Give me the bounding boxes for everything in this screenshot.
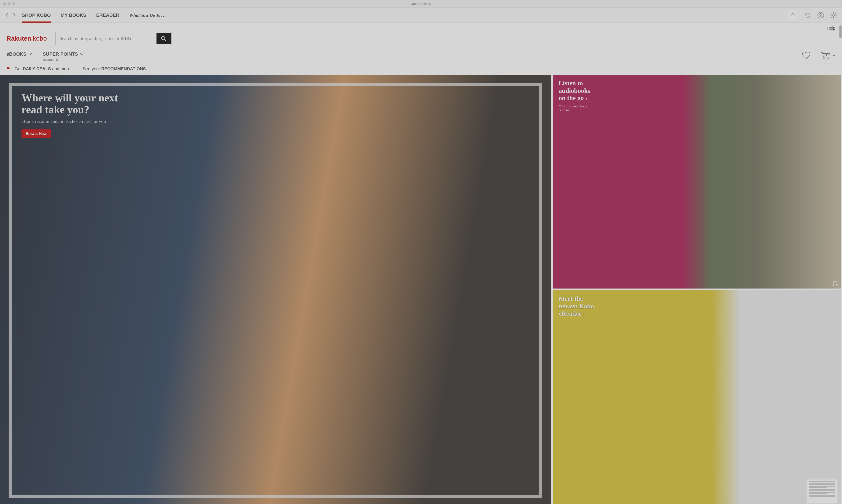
deals-text-daily: DAILY DEALS xyxy=(23,66,51,71)
deals-bar: Get DAILY DEALS and more! See your RECOM… xyxy=(0,64,842,74)
tab-shop-kobo[interactable]: SHOP KOBO xyxy=(22,8,51,22)
svg-rect-13 xyxy=(837,284,838,286)
audiobooks-sub: Your first audiobook is on us xyxy=(559,104,835,112)
title-bar: Kobo Desktop xyxy=(0,0,842,8)
browse-now-button[interactable]: Browse Now xyxy=(21,129,51,138)
search-submit-button[interactable] xyxy=(157,33,171,44)
top-right-icons xyxy=(787,9,838,21)
svg-point-4 xyxy=(832,14,835,16)
heart-icon xyxy=(802,51,811,60)
ereader-device-image xyxy=(806,478,838,504)
gear-icon xyxy=(830,12,837,19)
ereader-title: Meet the newest Kobo eReader › xyxy=(559,295,835,317)
cart-dropdown[interactable] xyxy=(821,51,836,60)
chevron-down-icon xyxy=(80,53,84,55)
superpoints-dropdown[interactable]: SUPER POINTS Balance: 0 xyxy=(43,51,84,61)
recs-text-see: See your xyxy=(83,66,102,71)
ebooks-label: eBOOKS xyxy=(6,51,27,57)
wishlist-button[interactable] xyxy=(802,51,811,60)
superpoints-label: SUPER POINTS xyxy=(43,51,78,57)
top-nav: SHOP KOBO MY BOOKS EREADER What You Do I… xyxy=(0,8,842,23)
svg-marker-0 xyxy=(791,13,795,16)
ebooks-dropdown[interactable]: eBOOKS xyxy=(6,51,32,57)
account-button[interactable] xyxy=(817,11,825,19)
settings-button[interactable] xyxy=(829,11,838,19)
user-icon xyxy=(817,12,824,19)
cart-icon xyxy=(821,51,830,60)
category-nav: eBOOKS SUPER POINTS Balance: 0 xyxy=(0,49,842,64)
sync-button[interactable] xyxy=(804,11,812,19)
tab-ereader[interactable]: EREADER xyxy=(96,8,119,22)
audiobooks-promo[interactable]: Listen to audiobooks on the go › Your fi… xyxy=(552,75,841,289)
chevron-left-icon xyxy=(5,13,9,18)
svg-point-10 xyxy=(824,58,825,59)
divider xyxy=(77,66,77,72)
deals-text-get: Get xyxy=(15,66,23,71)
svg-line-6 xyxy=(164,39,166,41)
eject-icon xyxy=(790,12,796,18)
hero-promo[interactable]: Where will your next read take you? eBoo… xyxy=(0,75,551,504)
tab-my-books[interactable]: MY BOOKS xyxy=(60,8,86,22)
chevron-down-icon xyxy=(29,53,32,55)
search-input[interactable] xyxy=(56,32,156,45)
deals-text-more: and more! xyxy=(51,66,72,71)
chevron-down-icon xyxy=(832,55,836,57)
brand-logo[interactable]: Rakuten kobo xyxy=(6,35,47,42)
content-area: Help Rakuten kobo eBOOKS xyxy=(0,23,842,504)
tab-current-book[interactable]: What You Do Is … xyxy=(129,8,166,22)
ereader-promo[interactable]: Meet the newest Kobo eReader › xyxy=(552,290,841,504)
window-title: Kobo Desktop xyxy=(0,2,842,5)
nav-forward-button[interactable] xyxy=(11,13,17,18)
promo-grid: Where will your next read take you? eBoo… xyxy=(0,74,842,504)
hero-headline: Where will your next read take you? xyxy=(21,92,525,115)
search-icon xyxy=(161,35,166,41)
daily-deals-link[interactable]: Get DAILY DEALS and more! xyxy=(15,66,72,71)
hero-subtext: eBook recommendations chosen just for yo… xyxy=(21,119,525,124)
svg-point-3 xyxy=(820,13,822,16)
recs-text-recs: RECOMMENDATIONS xyxy=(101,66,146,71)
svg-rect-12 xyxy=(833,284,834,286)
recommendations-link[interactable]: See your RECOMMENDATIONS xyxy=(83,66,146,71)
hero-frame xyxy=(8,83,542,498)
flag-icon xyxy=(6,67,10,71)
sync-icon xyxy=(804,12,811,19)
brand-kobo: kobo xyxy=(33,35,47,42)
nav-back-button[interactable] xyxy=(4,13,10,18)
headphones-icon xyxy=(832,280,838,286)
brand-rakuten: Rakuten xyxy=(6,35,31,42)
scrollbar[interactable] xyxy=(839,25,842,38)
main-tabs: SHOP KOBO MY BOOKS EREADER What You Do I… xyxy=(22,8,166,22)
svg-point-11 xyxy=(827,58,829,59)
audiobooks-title: Listen to audiobooks on the go › xyxy=(559,79,835,102)
search-box xyxy=(55,32,172,45)
help-link[interactable]: Help xyxy=(827,26,836,31)
eject-button[interactable] xyxy=(787,9,799,21)
superpoints-balance: Balance: 0 xyxy=(43,58,84,61)
chevron-right-icon xyxy=(12,13,16,18)
